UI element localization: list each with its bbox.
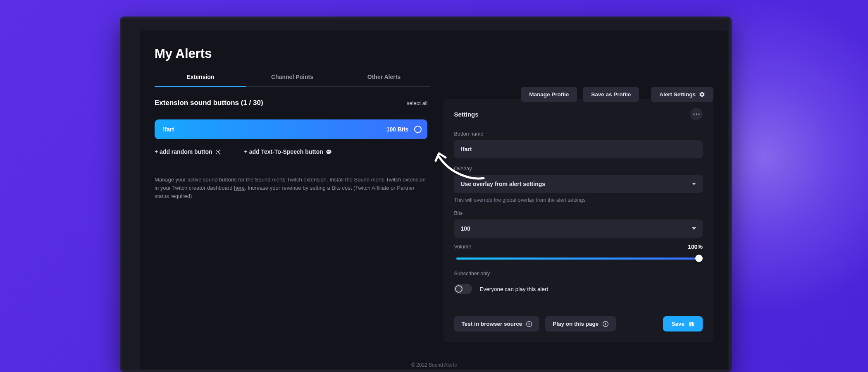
add-random-label: + add random button (155, 148, 212, 155)
sound-button-name: !fart (163, 126, 174, 133)
shuffle-icon (215, 149, 221, 155)
sound-button-row[interactable]: !fart 100 Bits (155, 119, 427, 139)
help-here-link[interactable]: here (234, 185, 245, 191)
subscriber-only-label: Subscriber-only (454, 271, 703, 277)
settings-title: Settings (454, 111, 478, 118)
window-frame: My Alerts Extension Channel Points Other… (120, 17, 732, 372)
dots-icon (693, 113, 700, 115)
settings-panel: Settings Button name !fart Overlay Use o… (443, 99, 713, 342)
dashboard-panel: My Alerts Extension Channel Points Other… (140, 31, 728, 370)
tab-other-alerts[interactable]: Other Alerts (338, 69, 430, 87)
save-label: Save (671, 321, 684, 327)
add-tts-button[interactable]: + add Text-To-Speech button (244, 148, 332, 155)
help-text: Manage your active sound buttons for the… (155, 176, 427, 200)
add-random-button[interactable]: + add random button (155, 148, 221, 155)
gear-icon (699, 91, 705, 98)
volume-value: 100% (688, 243, 703, 250)
manage-profile-button[interactable]: Manage Profile (521, 87, 577, 102)
top-right-actions: Manage Profile Save as Profile Alert Set… (521, 87, 713, 102)
sound-buttons-heading: Extension sound buttons (1 / 30) (155, 99, 263, 107)
sound-button-cost: 100 Bits (386, 126, 409, 133)
subscriber-only-toggle[interactable] (454, 284, 472, 294)
chevron-down-icon (692, 227, 696, 231)
save-button[interactable]: Save (663, 316, 703, 331)
chevron-down-icon (692, 182, 696, 186)
button-name-input[interactable]: !fart (454, 140, 703, 158)
play-label: Play on this page (553, 321, 599, 327)
volume-slider[interactable] (454, 254, 703, 262)
save-as-profile-button[interactable]: Save as Profile (583, 87, 639, 102)
add-tts-label: + add Text-To-Speech button (244, 148, 323, 155)
svg-point-0 (693, 113, 694, 114)
overlay-hint: This will override the global overlay fr… (454, 197, 703, 203)
overlay-value: Use overlay from alert settings (460, 181, 545, 187)
button-name-label: Button name (454, 131, 703, 137)
tab-extension[interactable]: Extension (155, 69, 246, 87)
overlay-select[interactable]: Use overlay from alert settings (454, 175, 703, 193)
alert-settings-button[interactable]: Alert Settings (651, 87, 713, 102)
svg-point-2 (698, 113, 699, 114)
button-name-value: !fart (460, 146, 472, 153)
svg-point-1 (696, 113, 697, 114)
page-title: My Alerts (140, 31, 728, 61)
volume-label: Volume (454, 244, 471, 250)
select-all-link[interactable]: select all (407, 100, 428, 106)
bits-label: Bits (454, 210, 703, 216)
more-options-button[interactable] (690, 108, 703, 120)
save-icon (689, 321, 694, 327)
slider-track (456, 258, 700, 260)
subscriber-only-text: Everyone can play this alert (479, 286, 548, 292)
bits-select[interactable]: 100 (454, 219, 703, 238)
toggle-knob (455, 285, 463, 293)
bits-value: 100 (460, 225, 470, 232)
footer-copyright: © 2022 Sound Alerts (411, 362, 457, 368)
play-circle-icon (603, 321, 608, 327)
tab-channel-points[interactable]: Channel Points (246, 69, 338, 87)
overlay-label: Overlay (454, 166, 703, 172)
speech-bubble-icon (326, 149, 332, 155)
play-on-page-button[interactable]: Play on this page (545, 316, 616, 331)
test-browser-source-button[interactable]: Test in browser source (454, 316, 539, 331)
radio-unchecked-icon[interactable] (414, 126, 422, 133)
slider-thumb[interactable] (695, 255, 703, 262)
divider (645, 89, 645, 100)
test-label: Test in browser source (461, 321, 522, 327)
alert-settings-label: Alert Settings (659, 91, 696, 98)
tab-bar: Extension Channel Points Other Alerts (155, 69, 728, 87)
play-circle-icon (526, 321, 532, 327)
left-column: Extension sound buttons (1 / 30) select … (155, 99, 427, 342)
